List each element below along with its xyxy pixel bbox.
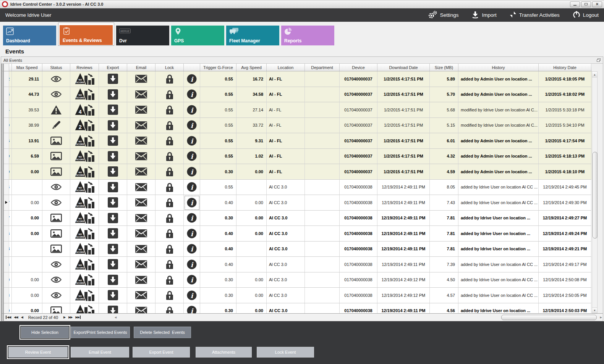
export-icon[interactable]: [99, 102, 127, 118]
export-icon[interactable]: [99, 71, 127, 87]
column-header-max-speed[interactable]: Max Speed: [12, 64, 42, 71]
horizontal-scroll-thumb[interactable]: [501, 315, 597, 320]
table-row[interactable]: 06.59NOSCOREi0.551.02Al - FL017040000037…: [1, 149, 592, 164]
review-score-icon[interactable]: NOSCORE: [70, 195, 99, 211]
export-icon[interactable]: [99, 180, 127, 195]
review-score-icon[interactable]: NOSCORE: [70, 211, 99, 226]
info-icon[interactable]: i: [184, 149, 200, 164]
email-icon[interactable]: [127, 242, 155, 257]
review-score-icon[interactable]: NOSCORE: [70, 149, 99, 164]
info-icon[interactable]: i: [184, 102, 200, 118]
transfer-activities-button[interactable]: Transfer Activities: [510, 11, 560, 19]
email-icon[interactable]: [127, 71, 155, 87]
table-row[interactable]: 60.00NOSCOREi0.400.00Al CC 3.00170400000…: [1, 226, 592, 242]
review-score-icon[interactable]: 4: [70, 102, 99, 118]
info-icon[interactable]: i: [184, 195, 200, 211]
info-icon[interactable]: i: [184, 272, 200, 288]
export-icon[interactable]: [99, 257, 127, 272]
close-button[interactable]: ×: [592, 2, 602, 7]
vertical-scroll-thumb[interactable]: [593, 152, 598, 238]
table-row[interactable]: 613.91NOSCOREi0.559.31Al - FL01704000003…: [1, 133, 592, 149]
horizontal-scrollbar[interactable]: ◀ ▶: [113, 314, 603, 321]
tab-dashboard[interactable]: Dashboard: [3, 26, 56, 45]
table-row[interactable]: 70.00NOSCOREi0.300.00Al CC 3.00170400000…: [1, 211, 592, 226]
table-row[interactable]: 00.00NOSCOREi0.300.00Al CC 3.00170400000…: [1, 303, 592, 314]
email-icon[interactable]: [127, 118, 155, 134]
info-icon[interactable]: i: [184, 242, 200, 257]
vertical-scrollbar[interactable]: ▲ ▼: [592, 71, 598, 313]
minimize-button[interactable]: [570, 2, 580, 7]
tab-reports[interactable]: Reports: [281, 26, 334, 45]
export-icon[interactable]: [99, 272, 127, 288]
delete-selected-events-button[interactable]: Delete Selected Events: [134, 327, 191, 338]
prev-page-button[interactable]: ◀◀: [12, 316, 19, 319]
email-icon[interactable]: [127, 211, 155, 226]
last-record-button[interactable]: ▶▶: [74, 316, 83, 319]
import-button[interactable]: Import: [471, 11, 496, 19]
export-icon[interactable]: [99, 211, 127, 226]
settings-button[interactable]: Settings: [427, 10, 459, 20]
email-icon[interactable]: [127, 272, 155, 288]
table-row[interactable]: 6NOSCOREi0.55Al CC 3.001704000003812/19/…: [1, 180, 592, 195]
tab-gps[interactable]: GPS: [171, 26, 224, 45]
column-header-department[interactable]: Department: [305, 64, 340, 71]
lock-icon[interactable]: [155, 87, 184, 103]
review-score-icon[interactable]: NOSCORE: [70, 257, 99, 272]
tab-dvr[interactable]: MERGEDvr: [116, 26, 169, 45]
column-header-location[interactable]: Location: [267, 64, 305, 71]
review-score-icon[interactable]: NOSCORE: [70, 303, 99, 314]
tab-fleet-manager[interactable]: Fleet Manager: [226, 26, 279, 45]
email-icon[interactable]: [127, 149, 155, 164]
lock-icon[interactable]: [155, 118, 184, 134]
lock-icon[interactable]: [155, 195, 184, 211]
info-icon[interactable]: i: [184, 164, 200, 180]
email-icon[interactable]: [127, 164, 155, 180]
tab-events-reviews[interactable]: Events & Reviews: [60, 25, 113, 45]
lock-icon[interactable]: [155, 71, 184, 87]
column-header-info[interactable]: [184, 64, 200, 71]
info-icon[interactable]: i: [184, 226, 200, 242]
table-row[interactable]: 229.11NOSCOREi0.5516.72Al - FL0170400000…: [1, 71, 592, 87]
email-icon[interactable]: [127, 288, 155, 303]
column-header-avg-speed[interactable]: Avg Speed: [236, 64, 267, 71]
export-icon[interactable]: [99, 87, 127, 103]
export-icon[interactable]: [99, 118, 127, 134]
table-row[interactable]: 6NOSCOREi0.40Al CC 3.001704000003812/19/…: [1, 257, 592, 272]
column-header-status[interactable]: Status: [42, 64, 70, 71]
export-event-button[interactable]: Export Event: [133, 347, 190, 358]
column-header-history[interactable]: History: [458, 64, 539, 71]
column-header-device[interactable]: Device: [340, 64, 377, 71]
attachments-button[interactable]: Attachments: [196, 347, 252, 358]
table-row[interactable]: 8NOSCOREi0.40Al CC 3.001704000003812/19/…: [1, 242, 592, 257]
email-icon[interactable]: [127, 87, 155, 103]
email-icon[interactable]: [127, 195, 155, 211]
column-header-export[interactable]: Export: [99, 64, 127, 71]
review-score-icon[interactable]: NOSCORE: [70, 226, 99, 242]
email-icon[interactable]: [127, 257, 155, 272]
column-header-reviews[interactable]: Reviews: [70, 64, 99, 71]
lock-icon[interactable]: [155, 164, 184, 180]
email-icon[interactable]: [127, 180, 155, 195]
table-row[interactable]: 80.00NOSCOREi0.300.00Al CC 3.00170400000…: [1, 288, 592, 303]
lock-icon[interactable]: [155, 180, 184, 195]
email-event-button[interactable]: Email Event: [71, 347, 129, 358]
review-score-icon[interactable]: NOSCORE: [70, 133, 99, 149]
lock-icon[interactable]: [155, 133, 184, 149]
export-icon[interactable]: [99, 164, 127, 180]
horizontal-scroll-track[interactable]: ▶: [118, 314, 603, 320]
info-icon[interactable]: i: [184, 288, 200, 303]
table-row[interactable]: 70.00NOSCOREi0.400.00Al CC 3.00170400000…: [1, 195, 592, 211]
info-icon[interactable]: i: [184, 211, 200, 226]
lock-icon[interactable]: [155, 288, 184, 303]
email-icon[interactable]: [127, 303, 155, 314]
lock-icon[interactable]: [155, 257, 184, 272]
logout-button[interactable]: Logout: [573, 11, 599, 19]
info-icon[interactable]: i: [184, 180, 200, 195]
scroll-down-icon[interactable]: ▼: [592, 308, 597, 313]
table-row[interactable]: 00.00NOSCOREi0.300.00Al CC 3.00170400000…: [1, 272, 592, 288]
table-row[interactable]: 439.534i0.5527.14Al - FL0170400000371/2/…: [1, 102, 592, 118]
panel-restore-icon[interactable]: [597, 58, 601, 62]
info-icon[interactable]: i: [184, 303, 200, 314]
lock-icon[interactable]: [155, 303, 184, 314]
prev-record-button[interactable]: ◀: [19, 316, 24, 319]
